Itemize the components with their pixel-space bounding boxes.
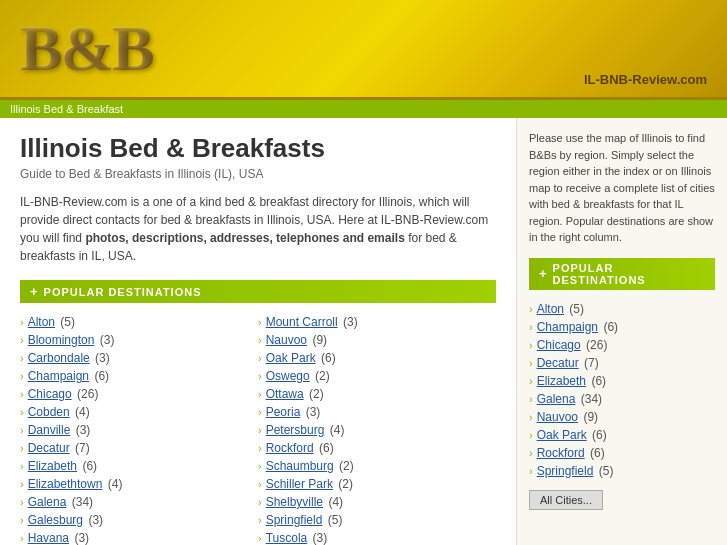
city-link[interactable]: Nauvoo	[266, 333, 307, 347]
city-link[interactable]: Schaumburg	[266, 459, 334, 473]
city-link[interactable]: Cobden	[28, 405, 70, 419]
list-item: › Schaumburg (2)	[258, 459, 496, 473]
section-header-label: Popular Destinations	[44, 286, 202, 298]
city-link[interactable]: Danville	[28, 423, 71, 437]
arrow-icon: ›	[258, 460, 262, 472]
arrow-icon: ›	[20, 388, 24, 400]
arrow-icon: ›	[529, 393, 533, 405]
arrow-icon: ›	[258, 478, 262, 490]
arrow-icon: ›	[258, 532, 262, 544]
arrow-icon: ›	[20, 532, 24, 544]
list-item: › Danville (3)	[20, 423, 258, 437]
sidebar-plus-icon: +	[539, 266, 547, 281]
list-item: › Galena (34)	[529, 392, 715, 406]
sidebar-city-link[interactable]: Oak Park	[537, 428, 587, 442]
arrow-icon: ›	[529, 429, 533, 441]
city-count: (3)	[302, 405, 320, 419]
city-link[interactable]: Champaign	[28, 369, 89, 383]
all-cities-button[interactable]: All Cities...	[529, 490, 603, 510]
city-count: (6)	[588, 374, 606, 388]
city-link[interactable]: Mount Carroll	[266, 315, 338, 329]
list-item: › Elizabethtown (4)	[20, 477, 258, 491]
city-link[interactable]: Elizabeth	[28, 459, 77, 473]
list-item: › Mount Carroll (3)	[258, 315, 496, 329]
city-link[interactable]: Decatur	[28, 441, 70, 455]
sidebar-cities: › Alton (5) › Champaign (6) › Chicago (2…	[529, 302, 715, 478]
city-link[interactable]: Alton	[28, 315, 55, 329]
list-item: › Decatur (7)	[20, 441, 258, 455]
city-count: (3)	[309, 531, 327, 545]
arrow-icon: ›	[20, 352, 24, 364]
city-link[interactable]: Shelbyville	[266, 495, 323, 509]
arrow-icon: ›	[529, 321, 533, 333]
list-item: › Champaign (6)	[20, 369, 258, 383]
city-link[interactable]: Petersburg	[266, 423, 325, 437]
city-count: (34)	[68, 495, 93, 509]
sidebar-city-link[interactable]: Rockford	[537, 446, 585, 460]
city-link[interactable]: Havana	[28, 531, 69, 545]
city-link[interactable]: Elizabethtown	[28, 477, 103, 491]
right-sidebar: Please use the map of Illinois to find B…	[517, 118, 727, 545]
arrow-icon: ›	[529, 411, 533, 423]
city-count: (6)	[587, 446, 605, 460]
cities-column-left: › Alton (5) › Bloomington (3) › Carbonda…	[20, 315, 258, 545]
city-link[interactable]: Bloomington	[28, 333, 95, 347]
list-item: › Elizabeth (6)	[20, 459, 258, 473]
city-link[interactable]: Oak Park	[266, 351, 316, 365]
city-count: (4)	[326, 423, 344, 437]
list-item: › Galesburg (3)	[20, 513, 258, 527]
city-link[interactable]: Oswego	[266, 369, 310, 383]
city-link[interactable]: Carbondale	[28, 351, 90, 365]
list-item: › Oak Park (6)	[258, 351, 496, 365]
arrow-icon: ›	[258, 352, 262, 364]
list-item: › Shelbyville (4)	[258, 495, 496, 509]
list-item: › Nauvoo (9)	[258, 333, 496, 347]
arrow-icon: ›	[20, 406, 24, 418]
list-item: › Tuscola (3)	[258, 531, 496, 545]
sidebar-description: Please use the map of Illinois to find B…	[529, 130, 715, 246]
city-count: (3)	[72, 423, 90, 437]
city-link[interactable]: Galesburg	[28, 513, 83, 527]
sidebar-city-link[interactable]: Springfield	[537, 464, 594, 478]
city-count: (26)	[583, 338, 608, 352]
list-item: › Peoria (3)	[258, 405, 496, 419]
city-count: (6)	[589, 428, 607, 442]
sidebar-city-link[interactable]: Chicago	[537, 338, 581, 352]
city-count: (2)	[335, 477, 353, 491]
city-count: (2)	[306, 387, 324, 401]
list-item: › Nauvoo (9)	[529, 410, 715, 424]
sidebar-city-link[interactable]: Decatur	[537, 356, 579, 370]
city-link[interactable]: Springfield	[266, 513, 323, 527]
list-item: › Carbondale (3)	[20, 351, 258, 365]
city-link[interactable]: Rockford	[266, 441, 314, 455]
list-item: › Galena (34)	[20, 495, 258, 509]
sidebar-city-link[interactable]: Elizabeth	[537, 374, 586, 388]
list-item: › Oswego (2)	[258, 369, 496, 383]
city-link[interactable]: Chicago	[28, 387, 72, 401]
arrow-icon: ›	[258, 334, 262, 346]
arrow-icon: ›	[529, 375, 533, 387]
sidebar-city-link[interactable]: Galena	[537, 392, 576, 406]
breadcrumb: Illinois Bed & Breakfast	[0, 100, 727, 118]
sidebar-city-link[interactable]: Nauvoo	[537, 410, 578, 424]
city-count: (6)	[316, 441, 334, 455]
arrow-icon: ›	[20, 478, 24, 490]
arrow-icon: ›	[258, 442, 262, 454]
city-count: (5)	[595, 464, 613, 478]
list-item: › Chicago (26)	[529, 338, 715, 352]
city-count: (3)	[85, 513, 103, 527]
city-count: (3)	[340, 315, 358, 329]
plus-icon: +	[30, 284, 38, 299]
list-item: › Havana (3)	[20, 531, 258, 545]
city-link[interactable]: Ottawa	[266, 387, 304, 401]
breadcrumb-link[interactable]: Illinois Bed & Breakfast	[10, 103, 123, 115]
city-link[interactable]: Galena	[28, 495, 67, 509]
list-item: › Champaign (6)	[529, 320, 715, 334]
city-link[interactable]: Peoria	[266, 405, 301, 419]
sidebar-city-link[interactable]: Alton	[537, 302, 564, 316]
city-link[interactable]: Tuscola	[266, 531, 308, 545]
sidebar-city-link[interactable]: Champaign	[537, 320, 598, 334]
arrow-icon: ›	[258, 514, 262, 526]
city-link[interactable]: Schiller Park	[266, 477, 333, 491]
main-layout: Illinois Bed & Breakfasts Guide to Bed &…	[0, 118, 727, 545]
